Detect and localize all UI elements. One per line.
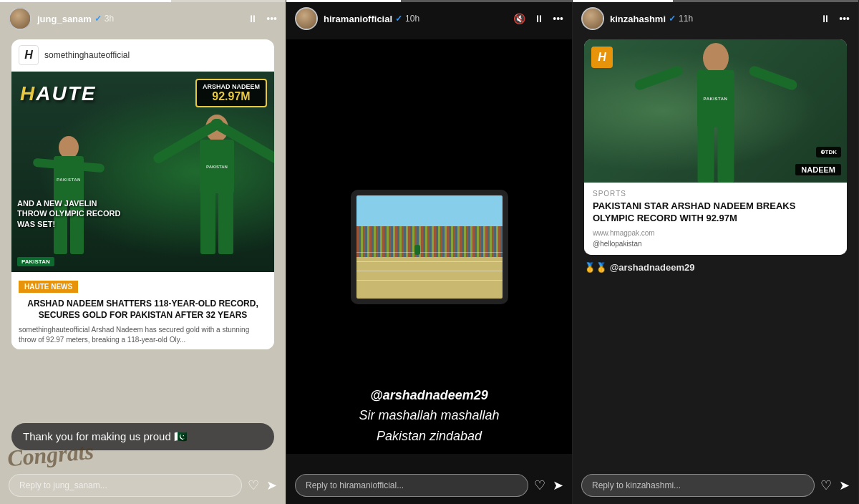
article-body: SPORTS PAKISTANI STAR ARSHAD NADEEM BREA… <box>584 183 847 255</box>
reply-icons-3: ♡ ➤ <box>820 478 850 493</box>
username-1: jung_sanam ✓ 3h <box>37 14 242 24</box>
panel2-caption: @arshadnadeem29 Sir mashallah mashallah … <box>286 385 572 447</box>
tdk-badge-p3: ⊕TDK <box>816 147 841 158</box>
send-icon-2[interactable]: ➤ <box>553 478 563 493</box>
reply-icons-1: ♡ ➤ <box>248 478 277 493</box>
verified-icon-1: ✓ <box>94 14 102 24</box>
avatar-3 <box>581 7 604 30</box>
username-2: hiramaniofficial ✓ 10h <box>324 14 508 24</box>
pause-icon-1[interactable]: ⏸ <box>248 13 258 24</box>
leg-p3-2 <box>717 125 734 183</box>
overlay-text-container: AND A NEW JAVELIN THROW OLYMPIC RECORD W… <box>17 198 125 229</box>
legs-p3 <box>697 125 734 183</box>
athlete-right-silhouette: PAKISTAN <box>170 115 263 272</box>
more-icon-3[interactable]: ••• <box>839 13 850 24</box>
more-icon-2[interactable]: ••• <box>553 13 563 24</box>
username-text-1: jung_sanam <box>37 14 92 24</box>
art-body-3: PAKISTAN <box>697 70 734 127</box>
story-header-1: jung_sanam ✓ 3h ⏸ ••• <box>0 0 286 34</box>
reply-input-1[interactable]: Reply to jung_sanam... <box>9 474 242 497</box>
caption-line2: Pakistan zindabad <box>301 426 558 447</box>
more-icon-1[interactable]: ••• <box>266 13 277 24</box>
article-athlete: PAKISTAN <box>659 43 773 183</box>
mention-emojis: 🥇🥇 <box>584 262 607 273</box>
header-actions-3: ⏸ ••• <box>820 13 850 24</box>
track-lane-2 <box>356 261 503 271</box>
header-actions-1: ⏸ ••• <box>248 13 277 24</box>
story-panel-1: jung_sanam ✓ 3h ⏸ ••• H somethinghauteof… <box>0 0 286 504</box>
track-lane-3 <box>356 271 503 280</box>
time-ago-1: 3h <box>105 14 114 24</box>
panel3-mention: 🥇🥇 @arshadnadeem29 <box>584 262 847 273</box>
article-card: PAKISTAN H ⊕TDK NADEEM SPORTS <box>584 39 847 255</box>
story-panel-3: kinzahashmi ✓ 11h ⏸ ••• PAKISTAN <box>573 0 859 504</box>
caption-line1: Sir mashallah mashallah <box>301 405 558 426</box>
story-header-2: hiramaniofficial ✓ 10h 🔇 ⏸ ••• <box>286 0 572 34</box>
article-url: www.hmagpak.com <box>593 229 838 237</box>
time-ago-3: 11h <box>679 14 693 24</box>
article-logo-overlay: H <box>591 47 613 68</box>
news-section: HAUTE NEWS ARSHAD NADEEM SHATTERS 118-YE… <box>11 272 274 349</box>
overlay-text: AND A NEW JAVELIN THROW OLYMPIC RECORD W… <box>17 198 125 229</box>
track-lane-1 <box>356 252 503 261</box>
magazine-title: HAUTE <box>20 82 96 105</box>
art-head-3 <box>703 43 729 73</box>
news-excerpt: somethinghauteofficial Arshad Nadeem has… <box>19 325 267 345</box>
haute-news-badge: HAUTE NEWS <box>19 281 78 293</box>
heart-icon-1[interactable]: ♡ <box>248 478 259 493</box>
heart-icon-3[interactable]: ♡ <box>820 478 832 493</box>
caption-mention: @arshadnadeem29 <box>301 385 558 406</box>
jersey-p3: PAKISTAN <box>697 70 734 127</box>
reply-bar-1: Reply to jung_sanam... ♡ ➤ <box>9 474 277 497</box>
nadeem-badge-p3: NADEEM <box>795 164 841 175</box>
heart-icon-2[interactable]: ♡ <box>534 478 545 493</box>
magazine-card: HAUTE ARSHAD NADEEM 92.97M PAKISTAN <box>11 72 274 272</box>
reply-bar-2: Reply to hiramaniofficial... ♡ ➤ <box>295 474 563 497</box>
jersey-text-right: PAKISTAN <box>200 140 234 193</box>
reply-input-3[interactable]: Reply to kinzahashmi... <box>581 474 815 497</box>
panel1-main-content: H somethinghauteofficial HAUTE ARSHAD NA… <box>11 39 274 454</box>
leg-right-1 <box>200 190 215 254</box>
article-section-label: SPORTS <box>593 190 838 198</box>
panel3-main-content: PAKISTAN H ⊕TDK NADEEM SPORTS <box>584 39 847 454</box>
reply-input-2[interactable]: Reply to hiramaniofficial... <box>295 474 528 497</box>
mute-icon[interactable]: 🔇 <box>513 13 525 24</box>
phone-video-frame <box>351 190 508 304</box>
verified-icon-2: ✓ <box>395 14 402 24</box>
username-text-3: kinzahashmi <box>610 14 666 24</box>
article-title: PAKISTANI STAR ARSHAD NADEEM BREAKS OLYM… <box>593 200 838 225</box>
send-icon-3[interactable]: ➤ <box>839 478 850 493</box>
leg-p3-1 <box>697 125 714 183</box>
time-ago-2: 10h <box>405 14 419 24</box>
article-tag: @hellopakistan <box>593 240 838 248</box>
pause-icon-2[interactable]: ⏸ <box>534 13 544 24</box>
record-badge: ARSHAD NADEEM 92.97M <box>195 79 267 107</box>
article-image: PAKISTAN H ⊕TDK NADEEM <box>584 39 847 183</box>
reply-icons-2: ♡ ➤ <box>534 478 563 493</box>
verified-icon-3: ✓ <box>669 14 676 24</box>
video-track-lines <box>356 252 503 299</box>
country-badge: PAKISTAN <box>17 257 54 266</box>
record-distance: 92.97M <box>212 90 250 102</box>
body-right: PAKISTAN <box>200 140 234 193</box>
share-source: somethinghauteofficial <box>44 50 130 60</box>
legs-right <box>200 190 233 254</box>
username-3: kinzahashmi ✓ 11h <box>610 14 815 24</box>
reply-bar-3: Reply to kinzahashmi... ♡ ➤ <box>581 474 850 497</box>
header-actions-2: 🔇 ⏸ ••• <box>513 13 563 24</box>
avatar-2 <box>295 7 318 30</box>
story-header-3: kinzahashmi ✓ 11h ⏸ ••• <box>573 0 858 34</box>
send-icon-1[interactable]: ➤ <box>266 478 277 493</box>
video-stadium <box>356 195 503 299</box>
athlete-name-badge: ARSHAD NADEEM <box>203 83 260 90</box>
avatar-1 <box>9 7 31 30</box>
username-text-2: hiramaniofficial <box>324 14 392 24</box>
track-lane-4 <box>356 280 503 289</box>
thankyou-text: Thank you for making us proud 🇵🇰 <box>23 430 188 442</box>
leg-right-2 <box>218 190 233 254</box>
video-athlete-dot <box>414 245 420 255</box>
share-card-header: H somethinghauteofficial <box>11 39 274 72</box>
haute-logo: H <box>19 45 39 65</box>
share-card-1: H somethinghauteofficial HAUTE ARSHAD NA… <box>11 39 274 349</box>
pause-icon-3[interactable]: ⏸ <box>820 13 830 24</box>
